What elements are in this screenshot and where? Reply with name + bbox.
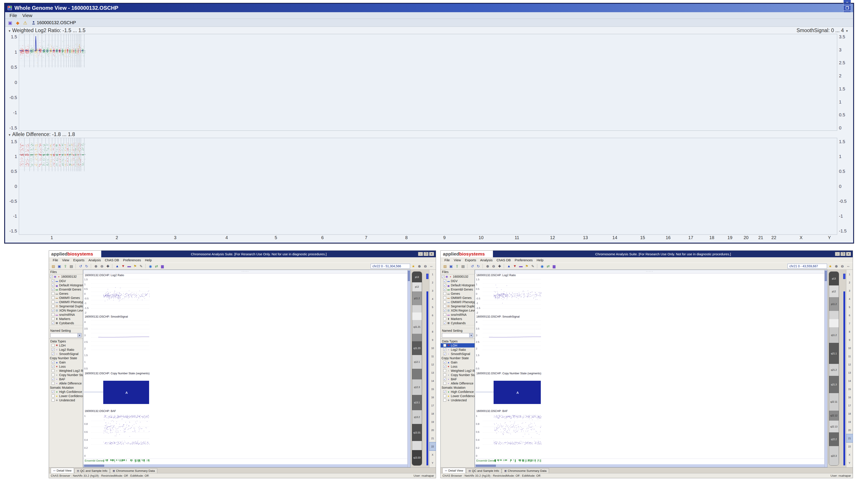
file-checkbox[interactable] [441,275,444,278]
track-checkbox[interactable] [443,317,446,320]
close-button[interactable]: ✕ [429,252,434,256]
cytoband[interactable]: p12 [412,282,422,292]
track-item[interactable]: ▤ Segmental Duplica [443,304,474,308]
zoom-out-icon[interactable]: ⊖ [491,264,496,269]
track-checkbox[interactable] [443,292,446,295]
chromosome-list-item[interactable]: Y [846,459,853,467]
minimize-button[interactable]: – [843,0,851,5]
data-type-item[interactable]: Copy Number State [441,356,474,360]
chromosome-list-item[interactable]: X [846,451,853,459]
menu-item[interactable]: Analysis [86,258,103,262]
vertical-scrollbar[interactable] [407,270,410,467]
zoom-in-icon[interactable]: ⊕ [93,264,99,269]
named-setting-select[interactable] [50,333,82,337]
save-icon[interactable]: ▣ [448,264,454,269]
chromosome-list-item[interactable]: 22 [846,442,853,451]
data-type-checkbox[interactable] [52,365,55,368]
data-type-checkbox[interactable] [443,390,446,393]
data-type-item[interactable]: ▲ Gain [49,360,83,364]
position-ruler[interactable] [475,270,824,273]
chromosome-list-item[interactable]: 16 [846,393,853,401]
selection-thumb[interactable] [843,274,845,279]
chromosome-list-item[interactable]: 1 [846,270,853,278]
cytoband[interactable]: q21.2 [829,364,839,376]
track-checkbox[interactable] [443,284,446,287]
cytoband[interactable]: p11.1 [829,311,839,319]
data-type-checkbox[interactable] [52,344,55,347]
compare-icon[interactable]: ⇄ [154,264,159,269]
data-type-item[interactable]: ● Lower Confidence [49,394,83,398]
chromosome-list-item[interactable]: 8 [846,328,853,336]
menu-item[interactable]: File [7,13,20,18]
data-type-checkbox[interactable] [52,348,55,351]
data-type-item[interactable]: ● Lower Confidence [441,394,474,398]
chromosome-list-item[interactable]: 4 [429,295,436,303]
chromosome-list-item[interactable]: 3 [429,287,436,295]
compare-icon[interactable]: ⇄ [546,264,551,269]
cytoband[interactable]: q11.1 [412,312,422,320]
track-item[interactable]: ▬ DGV [52,279,83,283]
chromosome-list-item[interactable]: 6 [429,311,436,319]
title-bar[interactable]: appliedbiosystems Chromosome Analysis Su… [441,251,853,257]
data-type-item[interactable]: ◆ Undetected [49,398,83,402]
chromosome-list-item[interactable]: 20 [429,426,436,434]
chromosome-axis-label[interactable]: 5 [275,235,277,240]
horizontal-scrollbar[interactable] [475,464,824,467]
chromosome-axis-label[interactable]: 18 [709,235,714,240]
data-type-item[interactable]: ● High Confidence [441,390,474,394]
chromosome-axis-label[interactable]: 11 [515,235,519,240]
cytoband[interactable]: q11.22 [412,334,422,341]
chromosome-axis-label[interactable]: 19 [727,235,733,240]
chromosome-axis-label[interactable]: 3 [174,235,176,240]
chromosome-axis-label[interactable]: 6 [321,235,324,240]
histogram-icon[interactable]: ▆ [160,264,165,269]
track-checkbox[interactable] [52,284,55,287]
menu-item[interactable]: Help [534,258,546,262]
chromosome-list-item[interactable]: 2 [429,278,436,287]
track-row-canvas[interactable] [83,277,150,310]
zoom-out-icon[interactable]: ⊖ [99,264,104,269]
tab[interactable]: ▭ Detail View [51,468,74,473]
track-item[interactable]: ▬ OMIM® Genes [443,296,474,300]
track-item[interactable]: ▬ sno/miRNA [52,312,83,317]
chromosome-list-item[interactable]: Y [429,459,436,467]
data-type-item[interactable]: Somatic Mutation [441,385,474,390]
track-item[interactable]: ▬ Ensembl Genes [52,287,83,292]
eye-icon[interactable]: ◉ [148,264,153,269]
chromosome-list-item[interactable]: 15 [429,385,436,393]
data-type-item[interactable]: ✖ LOH [49,343,83,348]
data-type-checkbox[interactable] [443,399,446,401]
chromosome-axis-label[interactable]: 14 [612,235,617,240]
track-checkbox[interactable] [52,322,55,325]
track-item[interactable]: ▬ Genes [52,292,83,296]
cytoband[interactable]: q13.1 [412,395,422,410]
chromosome-axis-label[interactable]: 9 [443,235,445,240]
chromosome-axis-label[interactable]: 4 [225,235,228,240]
chromosome-list-item[interactable]: 12 [429,360,436,368]
fit-width-icon[interactable]: ⇔ [429,264,434,269]
data-type-item[interactable]: ✖ LOH [441,343,474,348]
chromosome-list-item[interactable]: X [429,451,436,459]
file-tree-item[interactable]: ▣ ♦ 160000132 [441,274,474,279]
chromosome-list-item[interactable]: 9 [846,336,853,344]
scrollbar-thumb[interactable] [84,465,104,467]
cytoband[interactable]: q22.2 [829,432,839,446]
cytoband[interactable]: q11.1 [829,319,839,327]
chromosome-list-item[interactable]: 11 [429,352,436,360]
fit-width-icon[interactable]: ⇔ [846,264,851,269]
track-item[interactable]: ▄ Default Histogram [52,283,83,287]
chromosome-axis-label[interactable]: 21 [758,235,763,240]
chromosome-list-item[interactable]: 18 [429,410,436,418]
gain-track-icon[interactable]: ▲ [115,264,120,269]
track-checkbox[interactable] [52,301,55,303]
data-type-item[interactable]: Somatic Mutation [49,385,83,390]
chromosome-list-item[interactable]: 15 [846,385,853,393]
cytoband[interactable]: q13.2 [412,410,422,424]
data-type-checkbox[interactable] [52,394,55,397]
open-icon[interactable]: ▨ [442,264,448,269]
selection-bar[interactable] [427,292,428,465]
track-checkbox[interactable] [52,313,55,316]
data-type-item[interactable]: ● High Confidence [49,390,83,394]
zoom-out-2-icon[interactable]: ⊖ [423,264,428,269]
chromosome-list-item[interactable]: 8 [429,328,436,336]
